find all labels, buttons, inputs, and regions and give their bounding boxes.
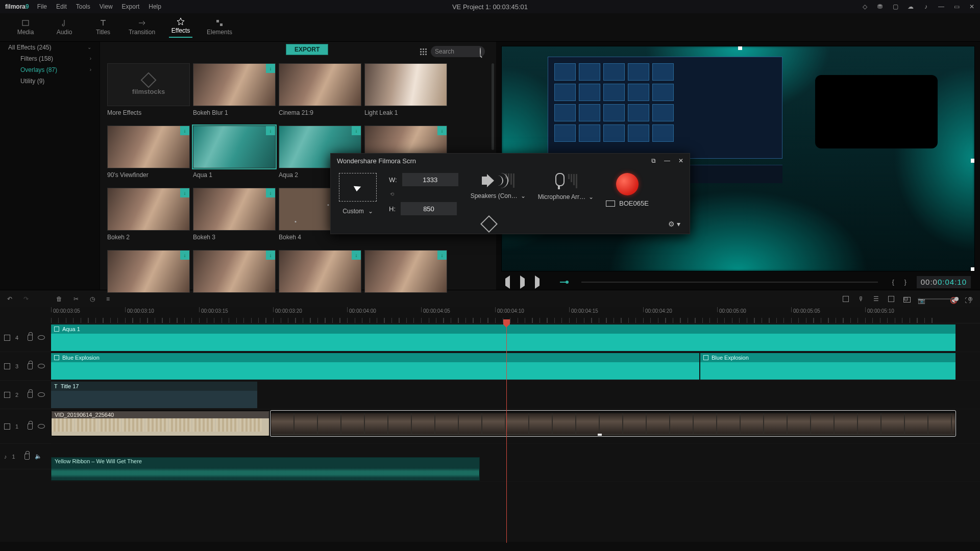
download-badge-icon[interactable]: ↓ bbox=[266, 251, 275, 260]
library-scrollbar[interactable] bbox=[492, 63, 494, 150]
sidebar-item-all[interactable]: All Effects (245)⌄ bbox=[0, 42, 100, 53]
marker-button[interactable]: ◷ bbox=[90, 295, 95, 303]
menu-view[interactable]: View bbox=[100, 3, 113, 10]
download-badge-icon[interactable]: ↓ bbox=[180, 126, 189, 135]
download-badge-icon[interactable]: ↓ bbox=[352, 251, 361, 260]
microphone-dropdown[interactable]: Microphone Arr…⌄ bbox=[538, 193, 594, 201]
playhead[interactable] bbox=[506, 323, 507, 543]
visibility-icon[interactable] bbox=[38, 364, 45, 368]
tracks-area[interactable]: Aqua 1 Blue Explosion Blue Explosion TTi… bbox=[51, 323, 980, 482]
lock-icon[interactable] bbox=[28, 423, 33, 430]
download-badge-icon[interactable]: ↓ bbox=[266, 126, 275, 135]
microphone-icon[interactable] bbox=[554, 173, 564, 189]
export-button[interactable]: EXPORT bbox=[286, 44, 328, 55]
menu-file[interactable]: File bbox=[37, 3, 47, 10]
cloud-icon[interactable]: ☁ bbox=[908, 3, 914, 10]
time-ruler[interactable]: 00:00:03:0500:00:03:1000:00:03:1500:00:0… bbox=[51, 307, 980, 323]
height-input[interactable] bbox=[401, 202, 457, 215]
effect-thumb[interactable]: ↓Bokeh 3 bbox=[193, 188, 276, 244]
mark-out-button[interactable]: } bbox=[904, 279, 906, 286]
capture-mode-dropdown[interactable]: Custom⌄ bbox=[342, 208, 373, 215]
download-badge-icon[interactable]: ↓ bbox=[266, 64, 275, 73]
speaker-icon[interactable] bbox=[482, 173, 501, 188]
play-button[interactable] bbox=[520, 279, 525, 286]
split-button[interactable]: ✂ bbox=[74, 295, 79, 303]
download-badge-icon[interactable]: ↓ bbox=[437, 251, 447, 260]
scrn-popout-button[interactable]: ⧉ bbox=[651, 157, 656, 164]
search-input[interactable]: Search bbox=[431, 46, 485, 57]
menu-edit[interactable]: Edit bbox=[56, 3, 67, 10]
fullscreen-icon[interactable]: ⛶ bbox=[965, 297, 971, 308]
tab-elements[interactable]: Elements bbox=[200, 13, 239, 41]
track-4[interactable]: Aqua 1 bbox=[51, 323, 980, 352]
tab-audio[interactable]: Audio bbox=[45, 13, 84, 41]
grid-view-icon[interactable] bbox=[420, 48, 427, 55]
download-badge-icon[interactable]: ↓ bbox=[352, 126, 361, 135]
sidebar-item-utility[interactable]: Utility (9) bbox=[0, 76, 100, 87]
lock-icon[interactable] bbox=[28, 363, 33, 369]
clip-video-frames[interactable] bbox=[271, 411, 955, 436]
effect-thumb[interactable]: ↓Bokeh Blur 1 bbox=[193, 63, 276, 119]
track-header-3[interactable]: 3 bbox=[0, 352, 51, 381]
scrn-close-button[interactable]: ✕ bbox=[678, 157, 683, 164]
move-handle-icon[interactable] bbox=[480, 215, 498, 233]
account-icon[interactable]: ◇ bbox=[862, 3, 868, 10]
menu-tools[interactable]: Tools bbox=[76, 3, 90, 10]
link-dimensions-icon[interactable]: ⟲ bbox=[390, 191, 458, 197]
effect-thumb[interactable]: ↓90's Viewfinder bbox=[107, 126, 190, 182]
sidebar-item-overlays[interactable]: Overlays (87)› bbox=[0, 64, 100, 76]
save-icon[interactable]: ▢ bbox=[892, 3, 898, 10]
clip-video-screen[interactable]: VID_20190614_225640 bbox=[51, 411, 270, 436]
zoom-slider[interactable] bbox=[918, 298, 959, 299]
lock-icon[interactable] bbox=[28, 392, 33, 398]
effect-thumb[interactable]: Light Leak 1 bbox=[364, 63, 447, 119]
clip-title-17[interactable]: TTitle 17 bbox=[51, 382, 257, 408]
tab-effects[interactable]: Effects bbox=[161, 13, 200, 41]
play-forward-button[interactable] bbox=[535, 279, 540, 286]
effect-thumb[interactable]: ↓ bbox=[193, 250, 276, 306]
lock-icon[interactable] bbox=[24, 454, 30, 460]
volume-slider[interactable] bbox=[560, 282, 567, 283]
screenshot-pip-icon[interactable] bbox=[903, 297, 911, 303]
effect-thumb[interactable]: ↓ bbox=[364, 250, 447, 306]
tab-titles[interactable]: Titles bbox=[84, 13, 122, 41]
effect-thumb[interactable]: filmstocksMore Effects bbox=[107, 63, 190, 119]
undo-button[interactable]: ↶ bbox=[7, 295, 12, 303]
track-audio-1[interactable]: Yellow Ribbon – We Will Get There bbox=[51, 456, 980, 482]
effect-thumb[interactable]: ↓ bbox=[107, 250, 190, 306]
track-3[interactable]: Blue Explosion Blue Explosion bbox=[51, 352, 980, 381]
menu-help[interactable]: Help bbox=[149, 3, 161, 10]
redo-button[interactable]: ↷ bbox=[23, 295, 29, 303]
record-button[interactable] bbox=[616, 173, 639, 195]
track-header-2[interactable]: 2 bbox=[0, 381, 51, 409]
track-header-4[interactable]: 4 bbox=[0, 323, 51, 352]
track-header-video-1[interactable]: 1 bbox=[0, 409, 51, 444]
maximize-button[interactable]: ▭ bbox=[953, 3, 960, 10]
visibility-icon[interactable] bbox=[38, 392, 45, 397]
download-badge-icon[interactable]: ↓ bbox=[266, 188, 275, 197]
cart-icon[interactable]: ⛃ bbox=[877, 3, 883, 10]
sidebar-item-filters[interactable]: Filters (158)› bbox=[0, 53, 100, 64]
menu-export[interactable]: Export bbox=[122, 3, 140, 10]
mark-in-button[interactable]: { bbox=[892, 279, 894, 286]
notify-icon[interactable]: ♪ bbox=[923, 3, 929, 10]
clip-audio-yellow-ribbon[interactable]: Yellow Ribbon – We Will Get There bbox=[51, 457, 480, 481]
delete-button[interactable]: 🗑 bbox=[56, 295, 62, 303]
download-badge-icon[interactable]: ↓ bbox=[180, 251, 189, 260]
download-badge-icon[interactable]: ↓ bbox=[437, 126, 447, 135]
effect-thumb[interactable]: ↓Bokeh 2 bbox=[107, 188, 190, 244]
capture-area-selector[interactable] bbox=[339, 173, 377, 202]
effect-thumb[interactable]: Cinema 21:9 bbox=[279, 63, 361, 119]
width-input[interactable] bbox=[402, 173, 458, 186]
speaker-dropdown[interactable]: Speakers (Con…⌄ bbox=[471, 192, 526, 199]
tab-transition[interactable]: Transition bbox=[122, 13, 161, 41]
clip-aqua-1[interactable]: Aqua 1 bbox=[51, 324, 955, 351]
preview-seek-bar[interactable] bbox=[581, 282, 878, 283]
track-video-1[interactable]: VID_20190614_225640 bbox=[51, 409, 980, 444]
scrn-minimize-button[interactable]: — bbox=[664, 157, 670, 164]
visibility-icon[interactable] bbox=[38, 424, 45, 429]
visibility-icon[interactable] bbox=[38, 335, 45, 340]
mute-icon[interactable]: 🔈 bbox=[35, 453, 42, 460]
effect-thumb[interactable]: ↓Aqua 1 bbox=[193, 126, 276, 182]
tab-media[interactable]: Media bbox=[6, 13, 45, 41]
